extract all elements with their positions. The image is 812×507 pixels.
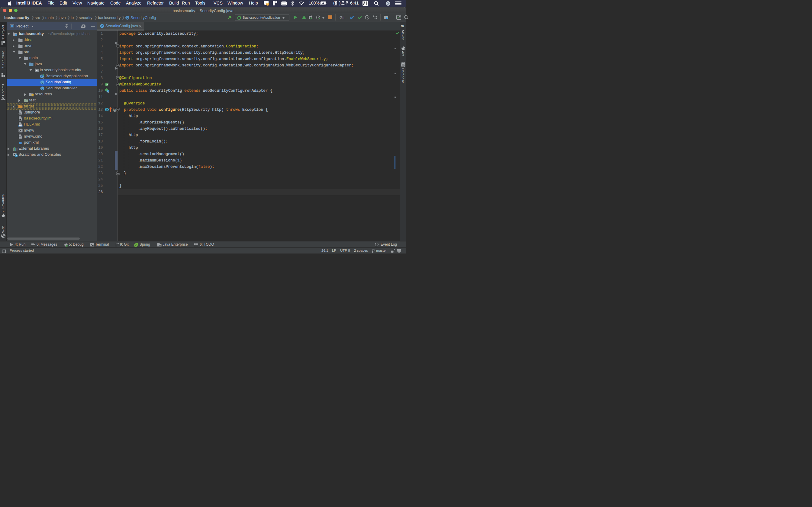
svg-text:EE: EE (159, 245, 161, 246)
svg-text:C: C (101, 24, 103, 28)
svg-text:N: N (267, 3, 268, 5)
svg-text:m: m (19, 140, 22, 145)
svg-text:C: C (41, 87, 43, 90)
svg-text:MD: MD (19, 125, 22, 126)
svg-text:C: C (41, 81, 43, 84)
svg-text:C: C (126, 16, 128, 19)
